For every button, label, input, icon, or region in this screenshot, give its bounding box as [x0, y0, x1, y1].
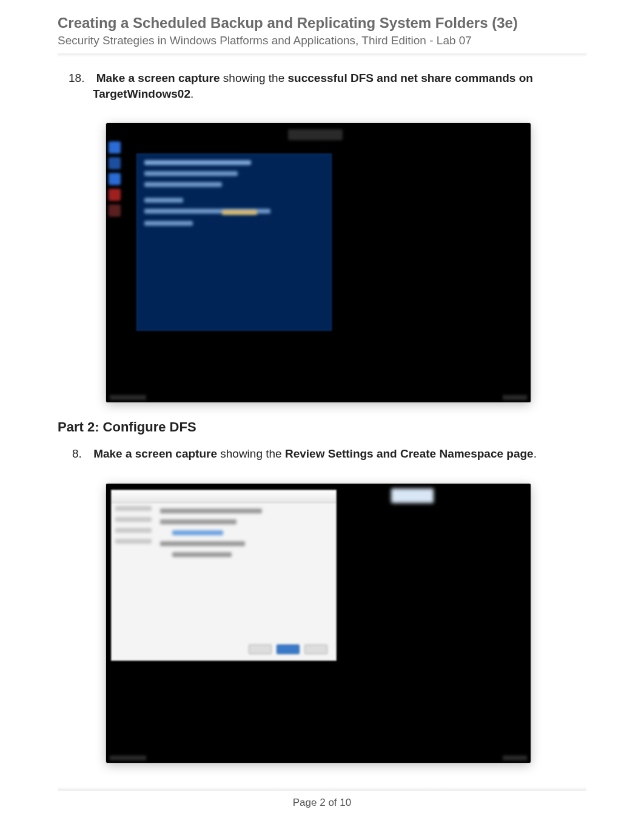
step-list-18: Make a screen capture showing the succes…: [58, 70, 586, 101]
step-8-period: .: [534, 447, 537, 460]
step-18-bold-prefix: Make a screen capture: [96, 72, 220, 84]
page-footer: Page 2 of 10: [58, 797, 586, 809]
step-18-middle: showing the: [220, 72, 288, 84]
step-18: Make a screen capture showing the succes…: [88, 70, 586, 101]
taskbar-icon: [109, 157, 121, 169]
screenshot-2: [106, 484, 531, 763]
console-line: [144, 171, 238, 176]
wizard-dialog: [111, 490, 337, 661]
content-line: [172, 530, 223, 535]
wizard-step: [115, 539, 152, 544]
screenshot-1: [106, 123, 531, 402]
page-header: Creating a Scheduled Backup and Replicat…: [58, 15, 586, 47]
taskbar-right: [503, 756, 527, 760]
screenshot-2-container: [106, 484, 586, 763]
screenshot-1-container: [106, 123, 586, 402]
dialog-buttons: [249, 644, 327, 654]
taskbar-icons: [109, 141, 121, 220]
console-line: [144, 198, 183, 203]
page-title: Creating a Scheduled Backup and Replicat…: [58, 15, 586, 32]
step-8: Make a screen capture showing the Review…: [88, 446, 586, 462]
actions-panel: [391, 488, 434, 503]
taskbar-icon: [109, 173, 121, 185]
document-page: Creating a Scheduled Backup and Replicat…: [0, 0, 644, 835]
dialog-button: [304, 644, 327, 654]
taskbar-right: [503, 395, 527, 400]
wizard-step: [115, 528, 152, 533]
console-line: [144, 160, 251, 165]
step-list-8: Make a screen capture showing the Review…: [58, 446, 586, 462]
wizard-step: [115, 517, 152, 522]
taskbar-left: [110, 756, 146, 760]
step-8-bold-suffix: Review Settings and Create Namespace pag…: [285, 447, 534, 460]
wizard-steps: [115, 506, 152, 550]
footer-divider: [58, 787, 586, 791]
taskbar-icon: [109, 205, 121, 217]
content-line: [172, 552, 232, 557]
step-18-period: .: [190, 87, 193, 100]
taskbar-left: [110, 395, 146, 400]
powershell-window: [136, 154, 332, 331]
part-2-heading: Part 2: Configure DFS: [58, 419, 586, 435]
dialog-titlebar: [112, 490, 336, 503]
taskbar-icon: [109, 189, 121, 201]
console-line: [144, 221, 193, 226]
page-subtitle: Security Strategies in Windows Platforms…: [58, 34, 586, 47]
content-line: [160, 509, 262, 513]
wizard-step: [115, 506, 152, 511]
dialog-button: [249, 644, 272, 654]
content-line: [160, 541, 245, 546]
content-line: [160, 519, 236, 524]
step-8-bold-prefix: Make a screen capture: [93, 447, 217, 460]
wizard-content: [160, 509, 330, 563]
console-line: [144, 182, 222, 187]
dialog-button-primary: [277, 644, 300, 654]
step-8-middle: showing the: [217, 447, 285, 460]
window-tab: [288, 129, 343, 140]
header-divider: [58, 53, 586, 57]
taskbar-icon: [109, 141, 121, 154]
console-line: [222, 210, 257, 215]
